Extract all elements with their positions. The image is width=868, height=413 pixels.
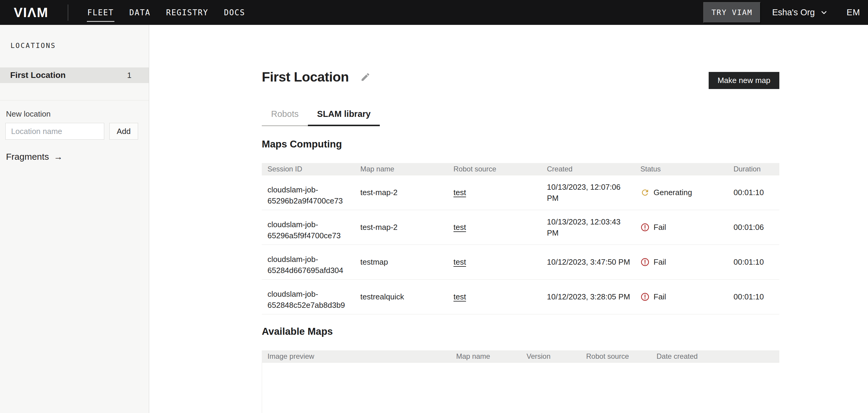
table-row: cloudslam-job-65296a5f9f4700ce73 test-ma… <box>262 210 779 245</box>
created-cell: 10/12/2023, 3:47:50 PM <box>541 251 635 273</box>
location-name-input[interactable] <box>5 123 104 140</box>
tab-robots[interactable]: Robots <box>262 109 308 126</box>
fail-alert-icon <box>640 223 650 232</box>
org-name: Esha's Org <box>772 7 815 18</box>
duration-cell: 00:01:10 <box>728 182 779 204</box>
status-label: Fail <box>654 257 666 268</box>
sidebar-item-first-location[interactable]: First Location 1 <box>0 67 149 83</box>
robot-source-link[interactable]: test <box>454 223 466 232</box>
col-map-name: Map name <box>451 352 521 360</box>
topbar-divider <box>68 4 68 21</box>
created-cell: 10/13/2023, 12:03:43 PM <box>541 211 635 244</box>
tabs: Robots SLAM library <box>262 109 779 126</box>
main-nav: FLEET DATA REGISTRY DOCS <box>87 0 260 25</box>
title-row: First Location Make new map <box>262 69 779 89</box>
status-cell: Fail <box>635 216 728 238</box>
map-name-cell: test-map-2 <box>354 216 448 238</box>
user-menu[interactable]: EM <box>847 7 861 18</box>
fail-alert-icon <box>640 292 650 301</box>
maps-computing-header-row: Session ID Map name Robot source Created… <box>262 163 779 175</box>
fragments-link[interactable]: Fragments → <box>6 152 149 162</box>
maps-computing-table: Session ID Map name Robot source Created… <box>262 163 779 315</box>
col-robot-source: Robot source <box>448 165 541 173</box>
available-maps-table: Image preview Map name Version Robot sou… <box>262 350 779 413</box>
map-name-cell: testrealquick <box>354 286 448 308</box>
fail-alert-icon <box>640 258 650 267</box>
col-status: Status <box>635 165 728 173</box>
nav-item-registry[interactable]: REGISTRY <box>165 0 209 25</box>
generating-refresh-icon <box>640 188 650 197</box>
arrow-right-icon: → <box>54 152 63 162</box>
sidebar-divider <box>0 100 149 100</box>
location-robot-count: 1 <box>127 71 131 80</box>
make-new-map-button[interactable]: Make new map <box>709 72 779 89</box>
available-maps-heading: Available Maps <box>262 326 779 337</box>
col-session-id: Session ID <box>262 165 354 173</box>
locations-sidebar: LOCATIONS First Location 1 New location … <box>0 25 149 413</box>
org-switcher[interactable]: Esha's Org <box>772 7 828 18</box>
new-location-form: Add <box>5 123 149 140</box>
viam-logo[interactable]: VIΛM <box>14 5 49 20</box>
map-name-cell: testmap <box>354 251 448 273</box>
duration-cell: 00:01:06 <box>728 216 779 238</box>
available-maps-empty-body <box>262 363 779 413</box>
robot-source-link[interactable]: test <box>454 188 466 197</box>
status-label: Fail <box>654 291 666 302</box>
status-cell: Fail <box>635 251 728 273</box>
col-map-name: Map name <box>354 165 448 173</box>
session-id-cell: cloudslam-job-652848c52e7ab8d3b9 <box>262 283 354 311</box>
created-cell: 10/12/2023, 3:28:05 PM <box>541 286 635 308</box>
session-id-cell: cloudslam-job-65296a5f9f4700ce73 <box>262 214 354 241</box>
table-row: cloudslam-job-652848c52e7ab8d3b9 testrea… <box>262 279 779 315</box>
location-name: First Location <box>10 70 66 80</box>
status-label: Generating <box>654 187 692 198</box>
available-maps-header-row: Image preview Map name Version Robot sou… <box>262 350 779 363</box>
nav-item-docs[interactable]: DOCS <box>223 0 246 25</box>
tab-slam-library[interactable]: SLAM library <box>308 109 380 126</box>
status-cell: Fail <box>635 286 728 308</box>
new-location-label: New location <box>6 109 149 119</box>
fragments-label: Fragments <box>6 152 49 162</box>
topbar-right: TRY VIAM Esha's Org EM <box>703 2 868 23</box>
session-id-cell: cloudslam-job-65296b2a9f4700ce73 <box>262 179 354 206</box>
topbar: VIΛM FLEET DATA REGISTRY DOCS TRY VIAM E… <box>0 0 868 25</box>
duration-cell: 00:01:10 <box>728 251 779 273</box>
locations-section-label: LOCATIONS <box>10 42 149 50</box>
table-row: cloudslam-job-65296b2a9f4700ce73 test-ma… <box>262 175 779 210</box>
duration-cell: 00:01:10 <box>728 286 779 308</box>
edit-pencil-icon[interactable] <box>360 72 371 82</box>
col-version: Version <box>521 352 581 360</box>
created-cell: 10/13/2023, 12:07:06 PM <box>541 176 635 209</box>
col-robot-source: Robot source <box>581 352 651 360</box>
col-date-created: Date created <box>651 352 779 360</box>
main-content: First Location Make new map Robots SLAM … <box>149 25 868 413</box>
col-image-preview: Image preview <box>262 352 451 360</box>
robot-source-link[interactable]: test <box>454 258 466 266</box>
session-id-cell: cloudslam-job-65284d667695afd304 <box>262 248 354 276</box>
chevron-down-icon <box>820 8 828 17</box>
nav-item-fleet[interactable]: FLEET <box>87 0 115 25</box>
status-label: Fail <box>654 222 666 233</box>
table-row: cloudslam-job-65284d667695afd304 testmap… <box>262 245 779 279</box>
robot-source-link[interactable]: test <box>454 292 466 301</box>
nav-item-data[interactable]: DATA <box>129 0 151 25</box>
try-viam-button[interactable]: TRY VIAM <box>703 2 761 23</box>
col-duration: Duration <box>728 165 779 173</box>
map-name-cell: test-map-2 <box>354 182 448 204</box>
status-cell: Generating <box>635 182 728 204</box>
add-location-button[interactable]: Add <box>109 123 138 140</box>
maps-computing-heading: Maps Computing <box>262 139 779 150</box>
col-created: Created <box>541 165 635 173</box>
page-title: First Location <box>262 69 349 85</box>
